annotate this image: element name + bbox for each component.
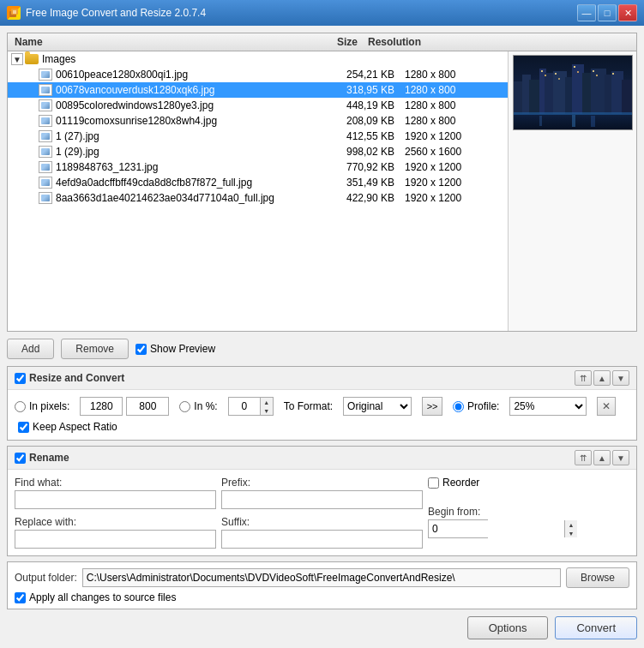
convert-button[interactable]: Convert — [555, 616, 637, 639]
clear-profile-button[interactable]: ✕ — [597, 397, 616, 416]
file-indent: 01119comoxsunrise1280x8wh4.jpg — [8, 115, 319, 127]
rename-section-header: Rename ⇈ ▲ ▼ — [8, 447, 636, 470]
svg-rect-22 — [574, 66, 575, 68]
pixel-width-input[interactable] — [80, 397, 123, 416]
rename-up-button[interactable]: ▲ — [593, 450, 611, 465]
resize-section-header: Resize and Convert ⇈ ▲ ▼ — [8, 367, 636, 390]
percent-radio[interactable] — [179, 401, 190, 412]
table-row[interactable]: 1189848763_1231.jpg 770,92 KB 1920 x 120… — [8, 159, 508, 175]
add-button[interactable]: Add — [7, 339, 54, 359]
percent-up-button[interactable]: ▲ — [261, 398, 273, 406]
table-row[interactable]: 8aa3663d1ae40214623ae034d77104a0_full.jp… — [8, 190, 508, 206]
apply-changes-checkbox[interactable] — [15, 592, 26, 603]
table-row[interactable]: 00610peace1280x800qi1.jpg 254,21 KB 1280… — [8, 67, 508, 82]
options-button[interactable]: Options — [467, 616, 549, 639]
profile-radio[interactable] — [453, 401, 464, 412]
table-row[interactable]: 01119comoxsunrise1280x8wh4.jpg 208,09 KB… — [8, 113, 508, 129]
svg-rect-21 — [558, 78, 560, 80]
table-row[interactable]: 1 (27).jpg 412,55 KB 1920 x 1200 — [8, 129, 508, 144]
reorder-checkbox[interactable] — [428, 477, 439, 489]
resize-enabled-checkbox[interactable] — [15, 373, 26, 384]
maximize-button[interactable]: □ — [598, 4, 617, 21]
svg-rect-25 — [596, 75, 598, 76]
resize-section-title: Resize and Convert — [15, 372, 124, 384]
file-size: 254,21 KB — [319, 69, 405, 81]
rename-title-text: Rename — [29, 452, 69, 464]
percent-input[interactable] — [229, 398, 260, 415]
resize-section-body: In pixels: In %: ▲ ▼ — [8, 390, 636, 440]
remove-button[interactable]: Remove — [61, 339, 129, 359]
apply-changes-text: Apply all changes to source files — [29, 591, 176, 603]
file-size: 422,90 KB — [319, 192, 405, 204]
find-what-input[interactable] — [15, 490, 216, 509]
browse-button[interactable]: Browse — [566, 567, 629, 588]
file-icon — [39, 177, 52, 189]
replace-with-input[interactable] — [15, 530, 216, 549]
aspect-row: Keep Aspect Ratio — [15, 421, 629, 433]
percent-label[interactable]: In %: — [194, 400, 217, 412]
arrow-button[interactable]: >> — [422, 397, 442, 416]
begin-from-down-button[interactable]: ▼ — [565, 529, 577, 537]
table-row[interactable]: 1 (29).jpg 998,02 KB 2560 x 1600 — [8, 144, 508, 159]
col-res-header: Resolution — [368, 36, 471, 48]
file-resolution: 2560 x 1600 — [405, 146, 508, 158]
table-row[interactable]: 00678vancouverdusk1280xqk6.jpg 318,95 KB… — [8, 82, 508, 98]
pixels-label[interactable]: In pixels: — [29, 400, 69, 412]
apply-changes-label[interactable]: Apply all changes to source files — [15, 591, 629, 603]
pixel-height-input[interactable] — [126, 397, 169, 416]
svg-rect-17 — [622, 80, 633, 116]
rename-enabled-checkbox[interactable] — [15, 453, 26, 464]
percent-radio-group: In %: — [179, 400, 217, 412]
preview-image — [513, 55, 633, 130]
col-size-header: Size — [282, 36, 368, 48]
svg-rect-19 — [545, 75, 546, 76]
svg-rect-29 — [572, 115, 575, 127]
file-name: 1 (29).jpg — [56, 146, 319, 158]
profile-select[interactable]: 25% 50% 75% 100% — [509, 397, 587, 416]
pixels-radio[interactable] — [15, 401, 26, 412]
file-indent: 1 (29).jpg — [8, 146, 319, 158]
begin-from-up-button[interactable]: ▲ — [565, 520, 577, 529]
begin-from-input[interactable] — [429, 520, 564, 537]
svg-rect-28 — [539, 116, 542, 126]
file-list[interactable]: ▼ Images 00610peace1280x800qi1.jpg 254,2… — [8, 51, 508, 331]
reorder-label[interactable]: Reorder — [442, 477, 479, 489]
resize-down-button[interactable]: ▼ — [612, 370, 629, 386]
resize-top-button[interactable]: ⇈ — [575, 370, 592, 386]
show-preview-text: Show Preview — [150, 343, 215, 355]
minimize-button[interactable]: — — [577, 4, 596, 21]
file-name: 01119comoxsunrise1280x8wh4.jpg — [56, 115, 319, 127]
rename-down-button[interactable]: ▼ — [612, 450, 629, 465]
keep-aspect-checkbox[interactable] — [18, 422, 29, 433]
find-what-label: Find what: — [15, 477, 216, 489]
show-preview-label[interactable]: Show Preview — [135, 343, 215, 355]
begin-from-group: Begin from: ▲ ▼ — [428, 506, 629, 538]
table-row[interactable]: 4efd9a0adcffbff49cda8d8cfb87f872_full.jp… — [8, 175, 508, 190]
profile-label[interactable]: Profile: — [467, 400, 499, 412]
svg-rect-16 — [611, 71, 623, 116]
show-preview-checkbox[interactable] — [135, 344, 147, 355]
suffix-input[interactable] — [221, 530, 423, 549]
reorder-group: Reorder Begin from: ▲ ▼ — [428, 477, 629, 549]
file-indent: 1 (27).jpg — [8, 130, 319, 142]
folder-row[interactable]: ▼ Images — [8, 51, 508, 67]
prefix-input[interactable] — [221, 490, 423, 509]
expand-icon[interactable]: ▼ — [11, 53, 23, 65]
resize-row-1: In pixels: In %: ▲ ▼ — [15, 397, 629, 416]
output-path-input[interactable] — [82, 568, 561, 587]
app-icon — [7, 6, 21, 20]
output-label: Output folder: — [15, 572, 77, 584]
table-row[interactable]: 00895coloredwindows1280ye3.jpg 448,19 KB… — [8, 98, 508, 113]
resize-up-button[interactable]: ▲ — [593, 370, 611, 386]
percent-spin-buttons: ▲ ▼ — [260, 398, 273, 415]
keep-aspect-label[interactable]: Keep Aspect Ratio — [33, 421, 117, 433]
format-select[interactable]: Original JPEG PNG BMP GIF TIFF — [343, 397, 412, 416]
rename-top-button[interactable]: ⇈ — [575, 450, 592, 465]
percent-down-button[interactable]: ▼ — [261, 406, 273, 415]
suffix-label: Suffix: — [221, 516, 423, 528]
folder-indent: ▼ Images — [8, 53, 75, 65]
rename-grid: Find what: Replace with: Prefix: Suffix: — [15, 477, 629, 549]
close-button[interactable]: ✕ — [618, 4, 637, 21]
svg-rect-7 — [529, 80, 541, 116]
file-name: 00895coloredwindows1280ye3.jpg — [56, 99, 319, 111]
